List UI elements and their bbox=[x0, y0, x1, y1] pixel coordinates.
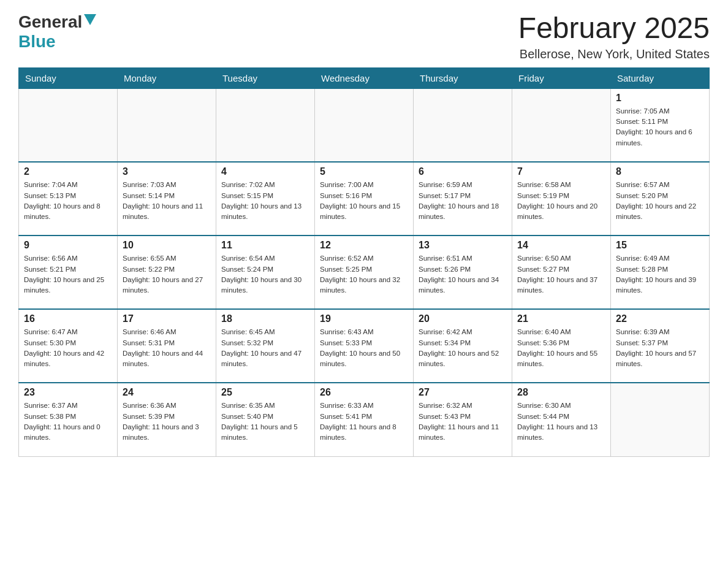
day-number: 19 bbox=[320, 313, 408, 324]
day-number: 12 bbox=[320, 240, 408, 251]
day-info: Sunrise: 6:54 AMSunset: 5:24 PMDaylight:… bbox=[221, 253, 309, 296]
day-info: Sunrise: 6:35 AMSunset: 5:40 PMDaylight:… bbox=[221, 400, 309, 443]
calendar-week-3: 9Sunrise: 6:56 AMSunset: 5:21 PMDaylight… bbox=[19, 236, 710, 309]
calendar-cell bbox=[414, 88, 512, 162]
calendar-cell bbox=[512, 88, 611, 162]
day-number: 28 bbox=[517, 387, 605, 398]
day-number: 5 bbox=[320, 166, 408, 177]
col-monday: Monday bbox=[118, 67, 216, 88]
calendar-cell bbox=[315, 88, 414, 162]
calendar-cell: 9Sunrise: 6:56 AMSunset: 5:21 PMDaylight… bbox=[19, 236, 118, 309]
calendar-week-4: 16Sunrise: 6:47 AMSunset: 5:30 PMDayligh… bbox=[19, 309, 710, 383]
calendar-cell: 27Sunrise: 6:32 AMSunset: 5:43 PMDayligh… bbox=[414, 383, 512, 456]
day-info: Sunrise: 6:37 AMSunset: 5:38 PMDaylight:… bbox=[24, 400, 112, 443]
day-number: 7 bbox=[517, 166, 605, 177]
day-info: Sunrise: 6:30 AMSunset: 5:44 PMDaylight:… bbox=[517, 400, 605, 443]
calendar-table: Sunday Monday Tuesday Wednesday Thursday… bbox=[18, 67, 710, 457]
calendar-cell: 3Sunrise: 7:03 AMSunset: 5:14 PMDaylight… bbox=[118, 162, 216, 236]
title-block: February 2025 Bellerose, New York, Unite… bbox=[518, 12, 710, 61]
day-number: 27 bbox=[419, 387, 507, 398]
calendar-cell: 22Sunrise: 6:39 AMSunset: 5:37 PMDayligh… bbox=[611, 309, 710, 383]
day-number: 3 bbox=[123, 166, 211, 177]
calendar-cell: 25Sunrise: 6:35 AMSunset: 5:40 PMDayligh… bbox=[216, 383, 315, 456]
day-info: Sunrise: 6:43 AMSunset: 5:33 PMDaylight:… bbox=[320, 327, 408, 369]
calendar-week-1: 1Sunrise: 7:05 AMSunset: 5:11 PMDaylight… bbox=[19, 88, 710, 162]
logo: General Blue bbox=[18, 12, 96, 52]
calendar-cell: 19Sunrise: 6:43 AMSunset: 5:33 PMDayligh… bbox=[315, 309, 414, 383]
col-tuesday: Tuesday bbox=[216, 67, 315, 88]
day-info: Sunrise: 6:59 AMSunset: 5:17 PMDaylight:… bbox=[419, 180, 507, 222]
logo-blue-text: Blue bbox=[18, 32, 56, 51]
day-number: 2 bbox=[24, 166, 112, 177]
day-info: Sunrise: 6:47 AMSunset: 5:30 PMDaylight:… bbox=[24, 327, 112, 369]
col-thursday: Thursday bbox=[414, 67, 512, 88]
day-number: 1 bbox=[616, 93, 704, 104]
day-info: Sunrise: 6:36 AMSunset: 5:39 PMDaylight:… bbox=[123, 400, 211, 443]
calendar-cell: 2Sunrise: 7:04 AMSunset: 5:13 PMDaylight… bbox=[19, 162, 118, 236]
day-info: Sunrise: 6:42 AMSunset: 5:34 PMDaylight:… bbox=[419, 327, 507, 369]
col-wednesday: Wednesday bbox=[315, 67, 414, 88]
day-number: 4 bbox=[221, 166, 309, 177]
day-info: Sunrise: 6:51 AMSunset: 5:26 PMDaylight:… bbox=[419, 253, 507, 296]
day-number: 21 bbox=[517, 313, 605, 324]
day-info: Sunrise: 6:49 AMSunset: 5:28 PMDaylight:… bbox=[616, 253, 704, 296]
calendar-cell: 15Sunrise: 6:49 AMSunset: 5:28 PMDayligh… bbox=[611, 236, 710, 309]
logo-triangle-icon bbox=[84, 14, 96, 29]
day-number: 6 bbox=[419, 166, 507, 177]
calendar-cell bbox=[216, 88, 315, 162]
calendar-cell: 12Sunrise: 6:52 AMSunset: 5:25 PMDayligh… bbox=[315, 236, 414, 309]
calendar-cell bbox=[118, 88, 216, 162]
col-sunday: Sunday bbox=[19, 67, 118, 88]
day-info: Sunrise: 7:03 AMSunset: 5:14 PMDaylight:… bbox=[123, 180, 211, 222]
day-info: Sunrise: 7:04 AMSunset: 5:13 PMDaylight:… bbox=[24, 180, 112, 222]
calendar-cell bbox=[611, 383, 710, 456]
location-title: Bellerose, New York, United States bbox=[518, 47, 710, 61]
calendar-cell: 4Sunrise: 7:02 AMSunset: 5:15 PMDaylight… bbox=[216, 162, 315, 236]
calendar-cell: 7Sunrise: 6:58 AMSunset: 5:19 PMDaylight… bbox=[512, 162, 611, 236]
day-number: 15 bbox=[616, 240, 704, 251]
page-header: General Blue February 2025 Bellerose, Ne… bbox=[18, 12, 710, 61]
calendar-cell: 13Sunrise: 6:51 AMSunset: 5:26 PMDayligh… bbox=[414, 236, 512, 309]
calendar-cell: 5Sunrise: 7:00 AMSunset: 5:16 PMDaylight… bbox=[315, 162, 414, 236]
day-number: 22 bbox=[616, 313, 704, 324]
day-info: Sunrise: 6:33 AMSunset: 5:41 PMDaylight:… bbox=[320, 400, 408, 443]
calendar-cell bbox=[19, 88, 118, 162]
calendar-cell: 10Sunrise: 6:55 AMSunset: 5:22 PMDayligh… bbox=[118, 236, 216, 309]
day-number: 26 bbox=[320, 387, 408, 398]
day-number: 16 bbox=[24, 313, 112, 324]
day-info: Sunrise: 6:32 AMSunset: 5:43 PMDaylight:… bbox=[419, 400, 507, 443]
col-friday: Friday bbox=[512, 67, 611, 88]
day-info: Sunrise: 6:58 AMSunset: 5:19 PMDaylight:… bbox=[517, 180, 605, 222]
calendar-header-row: Sunday Monday Tuesday Wednesday Thursday… bbox=[19, 67, 710, 88]
calendar-week-5: 23Sunrise: 6:37 AMSunset: 5:38 PMDayligh… bbox=[19, 383, 710, 456]
day-number: 23 bbox=[24, 387, 112, 398]
day-info: Sunrise: 6:52 AMSunset: 5:25 PMDaylight:… bbox=[320, 253, 408, 296]
calendar-cell: 26Sunrise: 6:33 AMSunset: 5:41 PMDayligh… bbox=[315, 383, 414, 456]
calendar-cell: 23Sunrise: 6:37 AMSunset: 5:38 PMDayligh… bbox=[19, 383, 118, 456]
day-number: 14 bbox=[517, 240, 605, 251]
svg-marker-0 bbox=[84, 14, 96, 25]
day-number: 13 bbox=[419, 240, 507, 251]
day-info: Sunrise: 6:45 AMSunset: 5:32 PMDaylight:… bbox=[221, 327, 309, 369]
calendar-cell: 17Sunrise: 6:46 AMSunset: 5:31 PMDayligh… bbox=[118, 309, 216, 383]
day-info: Sunrise: 6:56 AMSunset: 5:21 PMDaylight:… bbox=[24, 253, 112, 296]
calendar-cell: 24Sunrise: 6:36 AMSunset: 5:39 PMDayligh… bbox=[118, 383, 216, 456]
day-info: Sunrise: 6:40 AMSunset: 5:36 PMDaylight:… bbox=[517, 327, 605, 369]
day-info: Sunrise: 6:46 AMSunset: 5:31 PMDaylight:… bbox=[123, 327, 211, 369]
day-info: Sunrise: 7:00 AMSunset: 5:16 PMDaylight:… bbox=[320, 180, 408, 222]
day-info: Sunrise: 6:55 AMSunset: 5:22 PMDaylight:… bbox=[123, 253, 211, 296]
month-title: February 2025 bbox=[518, 12, 710, 45]
day-number: 10 bbox=[123, 240, 211, 251]
calendar-cell: 18Sunrise: 6:45 AMSunset: 5:32 PMDayligh… bbox=[216, 309, 315, 383]
day-number: 8 bbox=[616, 166, 704, 177]
day-info: Sunrise: 7:02 AMSunset: 5:15 PMDaylight:… bbox=[221, 180, 309, 222]
calendar-cell: 14Sunrise: 6:50 AMSunset: 5:27 PMDayligh… bbox=[512, 236, 611, 309]
day-info: Sunrise: 7:05 AMSunset: 5:11 PMDaylight:… bbox=[616, 106, 704, 148]
day-number: 11 bbox=[221, 240, 309, 251]
calendar-cell: 8Sunrise: 6:57 AMSunset: 5:20 PMDaylight… bbox=[611, 162, 710, 236]
day-number: 17 bbox=[123, 313, 211, 324]
calendar-week-2: 2Sunrise: 7:04 AMSunset: 5:13 PMDaylight… bbox=[19, 162, 710, 236]
calendar-cell: 16Sunrise: 6:47 AMSunset: 5:30 PMDayligh… bbox=[19, 309, 118, 383]
day-info: Sunrise: 6:39 AMSunset: 5:37 PMDaylight:… bbox=[616, 327, 704, 369]
calendar-cell: 28Sunrise: 6:30 AMSunset: 5:44 PMDayligh… bbox=[512, 383, 611, 456]
